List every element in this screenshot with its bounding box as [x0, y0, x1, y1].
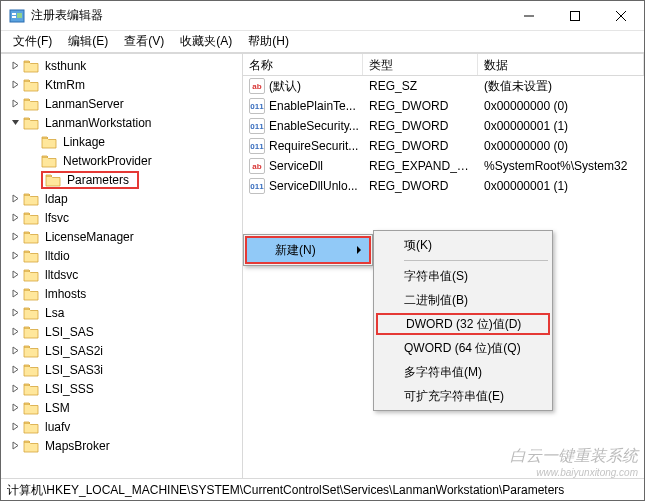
tree-node[interactable]: NetworkProvider: [5, 151, 242, 170]
expander-closed-icon[interactable]: [9, 98, 21, 110]
expander-closed-icon[interactable]: [9, 421, 21, 433]
list-pane: 名称 类型 数据 ab(默认)REG_SZ(数值未设置)011EnablePla…: [243, 54, 644, 478]
list-row[interactable]: 011ServiceDllUnlo...REG_DWORD0x00000001 …: [243, 176, 644, 196]
expander-closed-icon[interactable]: [9, 383, 21, 395]
menu-favorites[interactable]: 收藏夹(A): [172, 31, 240, 52]
list-row[interactable]: 011EnablePlainTe...REG_DWORD0x00000000 (…: [243, 96, 644, 116]
expander-closed-icon[interactable]: [9, 269, 21, 281]
tree-node-label: KtmRm: [43, 78, 87, 92]
context-new[interactable]: 新建(N): [247, 238, 369, 262]
tree-node[interactable]: lmhosts: [5, 284, 242, 303]
submenu-expand[interactable]: 可扩充字符串值(E): [374, 384, 552, 408]
expander-closed-icon[interactable]: [9, 250, 21, 262]
expander-closed-icon[interactable]: [9, 231, 21, 243]
body: ksthunkKtmRmLanmanServerLanmanWorkstatio…: [1, 53, 644, 478]
expander-closed-icon[interactable]: [9, 402, 21, 414]
titlebar: 注册表编辑器: [1, 1, 644, 31]
tree-node[interactable]: Lsa: [5, 303, 242, 322]
tree-node[interactable]: Parameters: [5, 170, 242, 189]
svg-rect-5: [571, 11, 580, 20]
tree-node[interactable]: Linkage: [5, 132, 242, 151]
folder-icon: [23, 97, 39, 111]
value-data: 0x00000000 (0): [478, 99, 644, 113]
tree-node[interactable]: LSM: [5, 398, 242, 417]
regedit-window: 注册表编辑器 文件(F) 编辑(E) 查看(V) 收藏夹(A) 帮助(H) ks…: [0, 0, 645, 501]
submenu-binary[interactable]: 二进制值(B): [374, 288, 552, 312]
tree-node[interactable]: MapsBroker: [5, 436, 242, 455]
tree-node[interactable]: KtmRm: [5, 75, 242, 94]
cell-name: 011EnablePlainTe...: [243, 98, 363, 114]
tree-pane[interactable]: ksthunkKtmRmLanmanServerLanmanWorkstatio…: [1, 54, 243, 478]
expander-open-icon[interactable]: [9, 117, 21, 129]
tree-node[interactable]: lltdsvc: [5, 265, 242, 284]
tree-node[interactable]: lfsvc: [5, 208, 242, 227]
col-header-data[interactable]: 数据: [478, 54, 644, 75]
tree-node[interactable]: LanmanWorkstation: [5, 113, 242, 132]
expander-closed-icon[interactable]: [9, 193, 21, 205]
submenu-dword[interactable]: DWORD (32 位)值(D): [376, 313, 550, 335]
expander-closed-icon[interactable]: [9, 288, 21, 300]
value-type: REG_SZ: [363, 79, 478, 93]
close-button[interactable]: [598, 1, 644, 30]
folder-icon: [23, 325, 39, 339]
binary-value-icon: 011: [249, 118, 265, 134]
value-data: %SystemRoot%\System32: [478, 159, 644, 173]
tree-node[interactable]: luafv: [5, 417, 242, 436]
expander-closed-icon[interactable]: [9, 345, 21, 357]
folder-icon: [23, 78, 39, 92]
tree-node-label: Linkage: [61, 135, 107, 149]
tree-node[interactable]: LicenseManager: [5, 227, 242, 246]
tree-node-label: MapsBroker: [43, 439, 112, 453]
statusbar: 计算机\HKEY_LOCAL_MACHINE\SYSTEM\CurrentCon…: [1, 478, 644, 500]
list-row[interactable]: abServiceDllREG_EXPAND_SZ%SystemRoot%\Sy…: [243, 156, 644, 176]
menu-edit[interactable]: 编辑(E): [60, 31, 116, 52]
folder-icon: [23, 420, 39, 434]
col-header-type[interactable]: 类型: [363, 54, 478, 75]
string-value-icon: ab: [249, 78, 265, 94]
tree-node-label: lfsvc: [43, 211, 71, 225]
menu-view[interactable]: 查看(V): [116, 31, 172, 52]
tree-node-label: ksthunk: [43, 59, 88, 73]
list-row[interactable]: 011RequireSecurit...REG_DWORD0x00000000 …: [243, 136, 644, 156]
tree-node[interactable]: LSI_SAS2i: [5, 341, 242, 360]
value-type: REG_DWORD: [363, 139, 478, 153]
submenu-multi[interactable]: 多字符串值(M): [374, 360, 552, 384]
tree-node[interactable]: LSI_SSS: [5, 379, 242, 398]
submenu-qword[interactable]: QWORD (64 位)值(Q): [374, 336, 552, 360]
menubar: 文件(F) 编辑(E) 查看(V) 收藏夹(A) 帮助(H): [1, 31, 644, 53]
expander-closed-icon[interactable]: [9, 79, 21, 91]
folder-icon: [23, 439, 39, 453]
submenu-string[interactable]: 字符串值(S): [374, 264, 552, 288]
tree-node-label: lmhosts: [43, 287, 88, 301]
expander-closed-icon[interactable]: [9, 212, 21, 224]
window-controls: [506, 1, 644, 30]
value-name: EnablePlainTe...: [269, 99, 356, 113]
svg-rect-3: [17, 13, 22, 18]
expander-closed-icon[interactable]: [9, 440, 21, 452]
col-header-name[interactable]: 名称: [243, 54, 363, 75]
list-row[interactable]: 011EnableSecurity...REG_DWORD0x00000001 …: [243, 116, 644, 136]
tree-node[interactable]: LSI_SAS: [5, 322, 242, 341]
folder-icon: [23, 363, 39, 377]
maximize-button[interactable]: [552, 1, 598, 30]
tree-node[interactable]: ldap: [5, 189, 242, 208]
expander-closed-icon[interactable]: [9, 326, 21, 338]
string-value-icon: ab: [249, 158, 265, 174]
svg-rect-2: [12, 16, 16, 18]
expander-closed-icon[interactable]: [9, 60, 21, 72]
tree-node-label: ldap: [43, 192, 70, 206]
minimize-button[interactable]: [506, 1, 552, 30]
tree-node[interactable]: ksthunk: [5, 56, 242, 75]
expander-closed-icon[interactable]: [9, 364, 21, 376]
tree-node[interactable]: LanmanServer: [5, 94, 242, 113]
expander-closed-icon[interactable]: [9, 307, 21, 319]
tree-node-label: lltdsvc: [43, 268, 80, 282]
tree-node-label: LicenseManager: [43, 230, 136, 244]
list-row[interactable]: ab(默认)REG_SZ(数值未设置): [243, 76, 644, 96]
menu-help[interactable]: 帮助(H): [240, 31, 297, 52]
menu-file[interactable]: 文件(F): [5, 31, 60, 52]
tree-node[interactable]: lltdio: [5, 246, 242, 265]
folder-icon: [23, 306, 39, 320]
submenu-key[interactable]: 项(K): [374, 233, 552, 257]
tree-node[interactable]: LSI_SAS3i: [5, 360, 242, 379]
